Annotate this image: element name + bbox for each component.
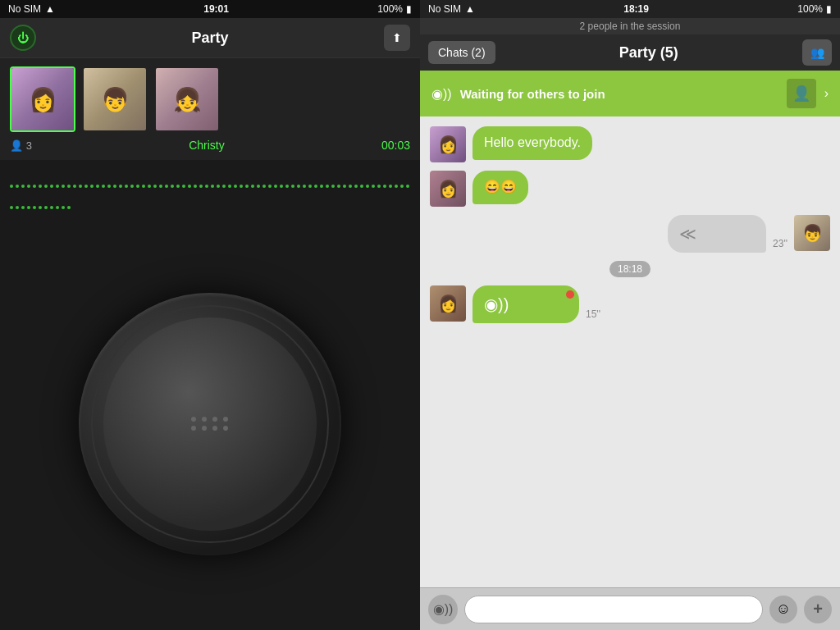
chat-area: 👩 Hello everybody. 👩 😄😄 👦 23'' ≪ [420,116,840,587]
chat-text-1: Hello everybody. [484,135,581,149]
left-panel: No SIM ▲ 19:01 100% ▮ ⏻ Party ⬆ 👩 👦 👧 [0,0,420,630]
volume-knob[interactable] [79,293,341,555]
join-banner[interactable]: ◉)) Waiting for others to join 👤 › [420,71,840,116]
upload-button[interactable]: ⬆ [384,25,410,51]
waveform-dot [314,185,317,188]
knob-dot [191,426,196,431]
waveform-dot [62,206,65,209]
session-info-bar: 2 people in the session [420,18,840,34]
people-icon-button[interactable]: 👥 [802,39,832,66]
status-bar-left: No SIM ▲ 19:01 100% ▮ [0,0,420,18]
battery-icon-right: ▮ [826,3,832,15]
waveform-dot [331,185,335,188]
chat-message-1: 👩 Hello everybody. [430,126,830,162]
avatar-item-2[interactable]: 👦 [82,66,148,132]
waveform-dot [326,185,329,188]
recording-dot [566,290,574,299]
ghost-avatar: 👤 [787,79,816,108]
avatar-item-1[interactable]: 👩 [10,66,75,132]
chat-bubble-3: ≪ [668,215,766,253]
join-banner-text: Waiting for others to join [460,87,778,101]
waveform-dot [240,185,243,188]
broadcast-icon: ◉)) [431,86,452,102]
waveform-dot [308,185,312,188]
battery-icon-left: ▮ [406,3,412,15]
chat-message-4: 👩 ◉)) 15'' [430,285,830,323]
call-timer: 00:03 [381,139,410,152]
waveform-dot [125,185,128,188]
time-left: 19:01 [203,3,229,15]
waveform-dot [27,185,30,188]
chat-avatar-face-3: 👦 [794,215,830,251]
chat-avatar-face-1: 👩 [430,126,466,162]
chat-avatar-face-2: 👩 [430,171,466,207]
waveform-dot [67,185,71,188]
waveform-dot [234,185,237,188]
waveform-dot [44,185,48,188]
time-right: 18:19 [623,3,649,15]
power-button[interactable]: ⏻ [10,25,36,51]
carrier-right: No SIM [428,3,461,15]
chat-avatar-face-4: 👩 [430,285,466,322]
participants-section: 👩 👦 👧 👤 3 Christy 00:03 [0,58,420,160]
people-icon: 👥 [810,46,824,59]
waveform-dot [205,185,208,188]
waveform-dot [377,185,381,188]
right-panel: No SIM ▲ 18:19 100% ▮ 2 people in the se… [420,0,840,630]
knob-dot [202,417,207,422]
waveform-dot [21,206,25,209]
waveform-dot [285,185,289,188]
waveform-dot [50,185,53,188]
waveform-dot [107,185,111,188]
bottom-bar: ◉)) ☺ + [420,587,840,630]
waveform-dot [182,185,185,188]
waveform-dot [159,185,162,188]
party-title-left: Party [191,30,228,47]
session-info-text: 2 people in the session [580,21,681,32]
chat-avatar-3: 👦 [794,215,830,251]
waveform-dot [406,185,409,188]
add-button[interactable]: + [804,596,832,623]
waveform-dot [194,185,197,188]
waveform-dot [33,185,36,188]
waveform-dot [119,185,122,188]
knob-dot [202,426,207,431]
waveform-dot [153,185,157,188]
chats-button[interactable]: Chats (2) [428,41,495,64]
waveform-dot [148,185,151,188]
upload-icon: ⬆ [392,31,402,44]
emoji-button[interactable]: ☺ [769,596,797,623]
big-knob-area[interactable] [0,217,420,630]
waveform-dot [262,185,266,188]
chat-avatar-1: 👩 [430,126,466,162]
waveform-dot [297,185,300,188]
party-title-right: Party (5) [502,44,796,62]
waveform-dot [257,185,260,188]
voice-input-button[interactable]: ◉)) [428,595,458,624]
avatar-item-3[interactable]: 👧 [154,66,220,132]
waveform-dot [27,206,30,209]
knob-dot [223,417,228,422]
chat-text-2: 😄😄 [484,180,517,194]
timestamp-pill: 18:18 [609,261,651,277]
waveform-dot [73,185,76,188]
waveform-dot [79,185,82,188]
voice-time-label-4: 15'' [586,308,600,320]
chevron-right-icon: › [824,86,829,101]
people-count-value: 3 [26,139,32,152]
waveform-dot [280,185,283,188]
waveform-dot [21,185,25,188]
chat-message-2: 👩 😄😄 [430,171,830,207]
waveform-dot [142,185,145,188]
waveform-dot [354,185,358,188]
waveform-area [0,160,420,217]
waveform-dot [39,206,42,209]
knob-dot [212,426,217,431]
voice-time-label-3: 23'' [773,238,788,249]
waveform-dot [274,185,277,188]
message-input[interactable] [464,596,763,623]
battery-label-right: 100% [797,3,823,15]
waveform-dot [165,185,168,188]
waveform-dot [199,185,203,188]
waveform-dot [10,185,13,188]
